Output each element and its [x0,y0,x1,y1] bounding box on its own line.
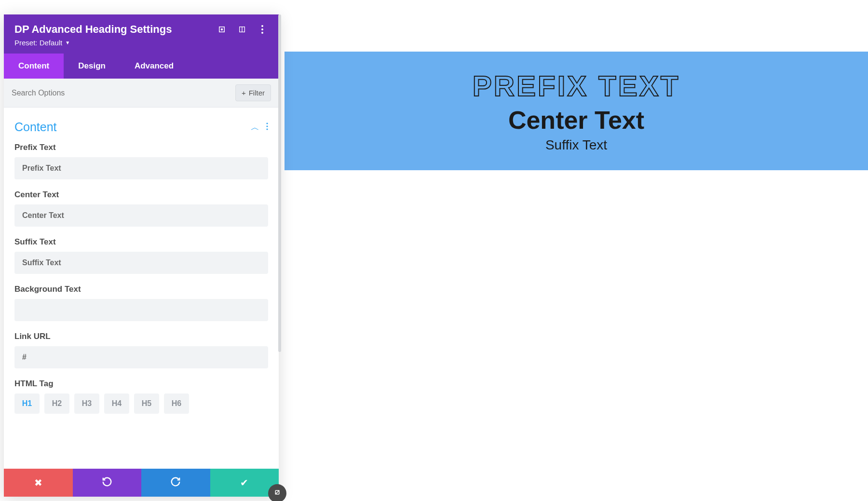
preview-prefix-text: PREFIX TEXT [473,69,680,103]
input-center[interactable] [14,204,268,227]
close-icon: ✖ [34,477,42,488]
tab-content[interactable]: Content [4,54,64,79]
field-background: Background Text [14,284,268,321]
field-label-htmltag: HTML Tag [14,379,268,389]
chevron-up-icon[interactable]: ︿ [251,122,259,133]
preview-center-text: Center Text [508,106,644,135]
tab-advanced[interactable]: Advanced [120,54,188,79]
field-htmltag: HTML Tag H1 H2 H3 H4 H5 H6 [14,379,268,414]
resize-handle[interactable] [268,484,286,501]
field-prefix: Prefix Text [14,143,268,179]
input-prefix[interactable] [14,157,268,179]
htmltag-h1[interactable]: H1 [14,393,40,414]
filter-button-label: Filter [249,89,265,97]
svg-point-9 [266,128,268,130]
htmltag-h6[interactable]: H6 [164,393,189,414]
input-link[interactable] [14,346,268,368]
input-suffix[interactable] [14,252,268,274]
panel-scrollbar[interactable] [278,14,281,352]
panel-body: Content ︿ Prefix Text Center Text Suffix… [4,108,279,469]
undo-icon [102,476,112,489]
caret-down-icon: ▼ [65,40,70,45]
preset-selector[interactable]: Preset: Default ▼ [14,39,268,47]
expand-icon[interactable] [216,24,228,35]
field-label-prefix: Prefix Text [14,143,268,152]
panel-header: DP Advanced Heading Settings Preset: Def… [4,14,279,54]
field-label-suffix: Suffix Text [14,237,268,247]
panel-footer: ✖ ✔ [4,469,279,497]
search-row: + Filter [4,79,279,108]
field-suffix: Suffix Text [14,237,268,274]
cancel-button[interactable]: ✖ [4,469,73,497]
htmltag-h3[interactable]: H3 [74,393,99,414]
check-icon: ✔ [240,477,248,488]
svg-point-1 [221,29,223,30]
svg-point-7 [266,122,268,124]
section-kebab-icon[interactable] [266,122,268,132]
input-background[interactable] [14,299,268,321]
preview-suffix-text: Suffix Text [545,137,607,153]
field-center: Center Text [14,190,268,227]
plus-icon: + [242,89,246,97]
tab-design[interactable]: Design [64,54,120,79]
section-header: Content ︿ [14,116,268,143]
field-label-background: Background Text [14,284,268,294]
resize-icon [273,488,282,499]
filter-button[interactable]: + Filter [235,84,271,101]
htmltag-h2[interactable]: H2 [44,393,69,414]
htmltag-h5[interactable]: H5 [134,393,159,414]
field-label-center: Center Text [14,190,268,200]
search-input[interactable] [12,89,235,97]
tab-bar: Content Design Advanced [4,54,279,79]
field-link: Link URL [14,332,268,368]
section-title: Content [14,120,251,134]
preview-canvas: PREFIX TEXT Center Text Suffix Text [285,52,868,170]
panel-title: DP Advanced Heading Settings [14,23,207,36]
redo-button[interactable] [141,469,210,497]
undo-button[interactable] [73,469,142,497]
svg-point-4 [261,25,263,27]
htmltag-row: H1 H2 H3 H4 H5 H6 [14,393,268,414]
field-label-link: Link URL [14,332,268,341]
snap-icon[interactable] [236,24,248,35]
kebab-menu-icon[interactable] [257,24,268,35]
svg-point-5 [261,28,263,30]
svg-point-6 [261,32,263,34]
svg-line-10 [275,490,279,494]
htmltag-h4[interactable]: H4 [104,393,129,414]
preset-label: Preset: Default [14,39,62,47]
svg-point-8 [266,125,268,127]
redo-icon [170,476,181,489]
settings-panel: DP Advanced Heading Settings Preset: Def… [4,14,279,497]
